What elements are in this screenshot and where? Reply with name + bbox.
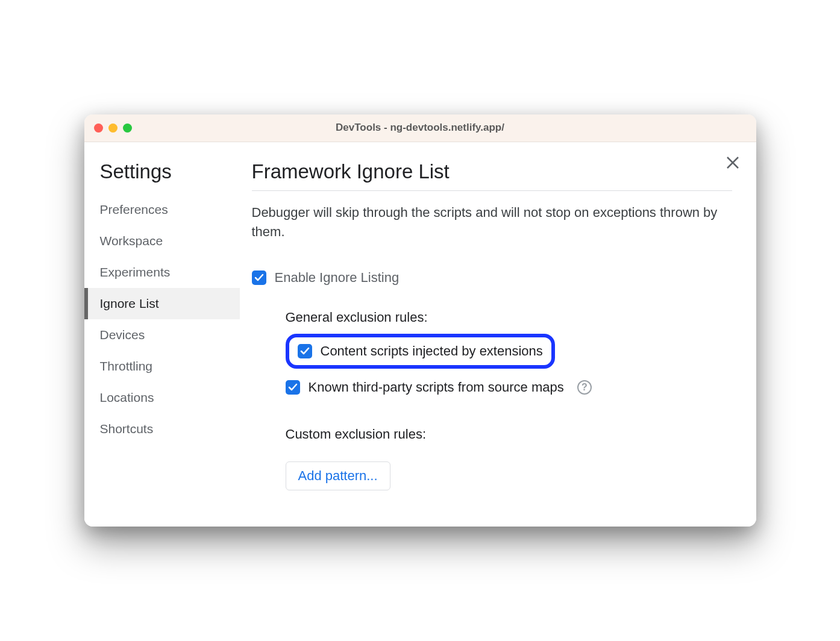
enable-ignore-listing-label: Enable Ignore Listing (275, 270, 400, 286)
sidebar-item-ignore-list[interactable]: Ignore List (84, 288, 240, 319)
general-rules-title: General exclusion rules: (286, 310, 732, 325)
devtools-settings-window: DevTools - ng-devtools.netlify.app/ Sett… (84, 114, 756, 527)
rule-third-party-checkbox[interactable] (286, 380, 300, 395)
custom-rules-title: Custom exclusion rules: (286, 427, 732, 442)
minimize-window-button[interactable] (108, 124, 118, 133)
sidebar-item-devices[interactable]: Devices (84, 319, 240, 351)
sidebar-item-locations[interactable]: Locations (84, 382, 240, 413)
rule-content-scripts-highlight: Content scripts injected by extensions (286, 334, 555, 369)
rule-content-scripts-checkbox[interactable] (298, 344, 312, 358)
page-description: Debugger will skip through the scripts a… (252, 203, 732, 242)
maximize-window-button[interactable] (123, 124, 132, 133)
sidebar: Settings Preferences Workspace Experimen… (84, 142, 240, 527)
close-icon[interactable] (726, 155, 739, 172)
sidebar-item-shortcuts[interactable]: Shortcuts (84, 413, 240, 445)
traffic-lights (94, 124, 132, 133)
checkmark-icon (254, 273, 264, 283)
sidebar-item-workspace[interactable]: Workspace (84, 225, 240, 257)
rule-third-party-row: Known third-party scripts from source ma… (286, 377, 732, 398)
general-rules-section: General exclusion rules: Content scripts… (252, 310, 732, 398)
rule-third-party-label: Known third-party scripts from source ma… (309, 380, 564, 395)
checkmark-icon (288, 383, 298, 392)
sidebar-item-experiments[interactable]: Experiments (84, 257, 240, 288)
rule-content-scripts-label: Content scripts injected by extensions (321, 343, 543, 359)
close-window-button[interactable] (94, 124, 103, 133)
content-area: Settings Preferences Workspace Experimen… (84, 142, 756, 527)
sidebar-item-throttling[interactable]: Throttling (84, 351, 240, 382)
window-title: DevTools - ng-devtools.netlify.app/ (336, 122, 504, 134)
titlebar: DevTools - ng-devtools.netlify.app/ (84, 114, 756, 142)
enable-ignore-listing-row: Enable Ignore Listing (252, 270, 732, 286)
main-panel: Framework Ignore List Debugger will skip… (240, 142, 756, 527)
help-icon[interactable]: ? (577, 380, 592, 395)
page-title: Framework Ignore List (252, 160, 732, 191)
add-pattern-button[interactable]: Add pattern... (286, 461, 390, 490)
checkmark-icon (300, 346, 310, 356)
custom-rules-section: Custom exclusion rules: Add pattern... (252, 427, 732, 490)
enable-ignore-listing-checkbox[interactable] (252, 270, 266, 285)
sidebar-item-preferences[interactable]: Preferences (84, 194, 240, 225)
sidebar-title: Settings (84, 160, 240, 194)
